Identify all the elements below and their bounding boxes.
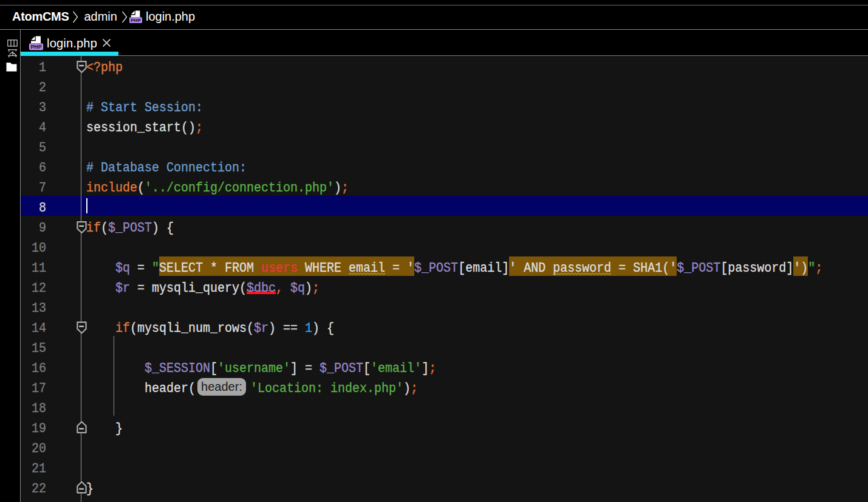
svg-text:PHP: PHP	[131, 18, 141, 23]
svg-text:PHP: PHP	[30, 44, 41, 50]
